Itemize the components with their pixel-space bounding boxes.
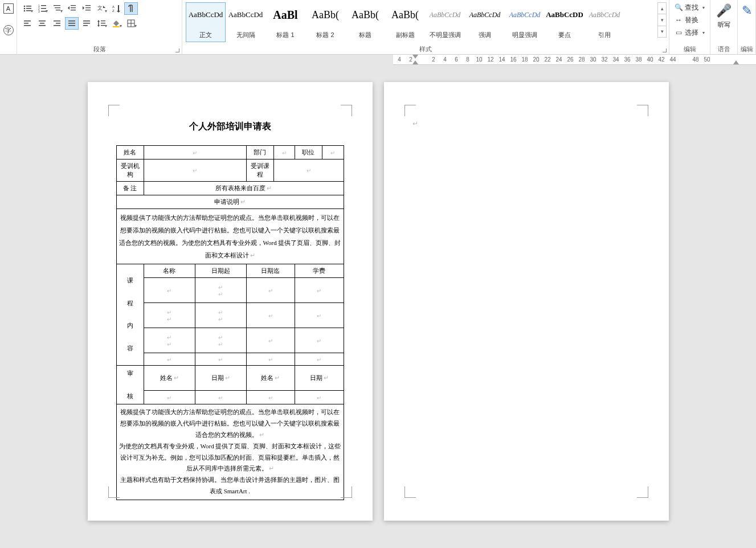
svg-rect-29 — [24, 23, 28, 24]
character-format-icon[interactable]: A — [3, 3, 14, 14]
ruler-tick: 36 — [623, 56, 631, 63]
multilevel-list-button[interactable] — [50, 2, 64, 15]
ruler-tick: 26 — [566, 56, 574, 63]
voice-group-label: 语音 — [710, 45, 737, 54]
style-item[interactable]: AaBbCcDD要点 — [545, 2, 585, 42]
style-item[interactable]: AaBb(标题 — [345, 2, 385, 42]
svg-point-4 — [24, 10, 26, 12]
align-center-button[interactable] — [35, 17, 49, 30]
ruler-tick: 22 — [543, 56, 551, 63]
bullets-button[interactable] — [21, 2, 34, 15]
group-edit: 🔍查找 ↔替换 ▭选择 编辑 — [669, 0, 710, 54]
decrease-indent-button[interactable] — [65, 2, 79, 15]
select-button[interactable]: ▭选择 — [673, 26, 706, 39]
svg-rect-7 — [41, 5, 46, 6]
style-gallery[interactable]: AaBbCcDd正文AaBbCcDd无间隔AaBl标题 1AaBb(标题 2Aa… — [186, 2, 665, 42]
ruler-tick: 18 — [521, 56, 529, 63]
style-item[interactable]: AaBbCcDd不明显强调 — [425, 2, 465, 42]
review-label: 审核 — [127, 370, 133, 399]
svg-rect-31 — [39, 21, 46, 22]
ruler[interactable]: 4224681012141618202224262830323436384042… — [393, 55, 756, 65]
editor-icon[interactable]: ✎ — [741, 3, 752, 18]
find-icon: 🔍 — [675, 3, 683, 11]
svg-rect-40 — [83, 21, 90, 22]
select-icon: ▭ — [675, 28, 683, 36]
enclose-char-icon[interactable]: 字 — [3, 25, 14, 35]
svg-rect-33 — [39, 25, 46, 26]
ruler-tick: 32 — [600, 56, 608, 63]
svg-text:文: 文 — [97, 5, 103, 11]
paragraph-launcher-icon[interactable] — [174, 47, 180, 53]
style-item[interactable]: AaBbCcDd无间隔 — [226, 2, 265, 42]
svg-rect-13 — [55, 7, 60, 8]
svg-rect-49 — [113, 26, 120, 27]
svg-rect-30 — [24, 25, 31, 26]
table-row: 课程内容 名称 日期起 日期迄 学费 — [116, 264, 344, 278]
group-font-mini: A 字 — [0, 0, 17, 54]
sort-button[interactable]: AZ — [109, 2, 123, 15]
styles-group-label: 样式 — [182, 45, 669, 54]
increase-indent-button[interactable] — [80, 2, 93, 15]
svg-rect-44 — [98, 21, 99, 26]
ruler-tick: 24 — [555, 56, 563, 63]
align-right-button[interactable] — [50, 17, 64, 30]
align-left-button[interactable] — [21, 17, 34, 30]
svg-rect-20 — [85, 7, 91, 8]
ruler-tick: 40 — [646, 56, 654, 63]
style-item[interactable]: AaBb(副标题 — [385, 2, 425, 42]
table-row: 审核 姓名↵ 日期↵ 姓名↵ 日期↵ — [116, 366, 344, 391]
style-item[interactable]: AaBbCcDd明显强调 — [505, 2, 545, 42]
align-justify-button[interactable] — [65, 17, 79, 30]
ruler-tick: 28 — [578, 56, 586, 63]
doc-table[interactable]: 姓名 ↵ 部门 ↵ 职位 ↵ 受训机构 ↵ 受训课程 ↵ 备 注 所有表格来自百… — [116, 145, 344, 500]
table-row: 备 注 所有表格来自百度↵ — [116, 182, 344, 195]
workspace[interactable]: 个人外部培训申请表 姓名 ↵ 部门 ↵ 职位 ↵ 受训机构 ↵ 受训课程 ↵ — [0, 65, 756, 548]
svg-rect-35 — [56, 23, 60, 24]
style-scroll-down-icon[interactable]: ▾ — [658, 14, 666, 26]
text-direction-button[interactable]: 文 — [95, 2, 108, 15]
style-scroll[interactable]: ▴ ▾ ▾ — [657, 2, 667, 38]
style-scroll-up-icon[interactable]: ▴ — [658, 3, 666, 14]
ruler-tick: 16 — [509, 56, 517, 63]
ruler-tick: 20 — [532, 56, 540, 63]
svg-marker-22 — [83, 6, 84, 10]
mic-icon[interactable]: 🎤 — [714, 3, 734, 18]
replace-button[interactable]: ↔替换 — [673, 14, 706, 26]
svg-rect-3 — [26, 8, 31, 9]
table-row: ↵↵↵↵↵ — [116, 278, 344, 303]
ruler-tick: 30 — [589, 56, 597, 63]
editor-group-label: 编辑 — [738, 45, 755, 54]
svg-text:Z: Z — [112, 9, 115, 13]
ruler-tick: 50 — [703, 56, 711, 63]
style-item[interactable]: AaBbCcDd强调 — [465, 2, 505, 42]
first-line-indent-icon[interactable] — [412, 55, 418, 59]
ruler-tick: 10 — [475, 56, 483, 63]
style-item[interactable]: AaBl标题 1 — [265, 2, 305, 42]
style-item[interactable]: AaBbCcDd正文 — [186, 2, 226, 42]
ruler-tick: 38 — [635, 56, 643, 63]
find-button[interactable]: 🔍查找 — [673, 1, 706, 14]
ruler-tick: 4 — [441, 56, 449, 63]
numbering-button[interactable]: 123 — [35, 2, 49, 15]
right-indent-icon[interactable] — [733, 60, 739, 64]
style-item[interactable]: AaBbCcDd引用 — [585, 2, 624, 42]
ruler-tick: 48 — [692, 56, 700, 63]
group-styles: AaBbCcDd正文AaBbCcDd无间隔AaBl标题 1AaBb(标题 2Aa… — [182, 0, 669, 54]
svg-rect-16 — [71, 7, 76, 8]
style-item[interactable]: AaBb(标题 2 — [305, 2, 345, 42]
page-2[interactable]: ↵ — [384, 82, 669, 521]
hanging-indent-icon[interactable] — [412, 60, 418, 64]
shading-button[interactable] — [109, 17, 123, 30]
table-row: ↵↵↵↵↵↵ — [116, 328, 344, 353]
styles-launcher-icon[interactable] — [661, 47, 667, 53]
line-spacing-button[interactable] — [95, 17, 108, 30]
svg-rect-41 — [83, 23, 90, 24]
style-expand-icon[interactable]: ▾ — [658, 26, 666, 37]
svg-rect-37 — [68, 21, 75, 22]
svg-rect-28 — [24, 21, 31, 22]
show-marks-button[interactable] — [124, 2, 138, 15]
page-1[interactable]: 个人外部培训申请表 姓名 ↵ 部门 ↵ 职位 ↵ 受训机构 ↵ 受训课程 ↵ — [88, 82, 373, 521]
align-distribute-button[interactable] — [80, 17, 93, 30]
borders-button[interactable] — [124, 17, 138, 30]
svg-marker-45 — [97, 25, 100, 27]
